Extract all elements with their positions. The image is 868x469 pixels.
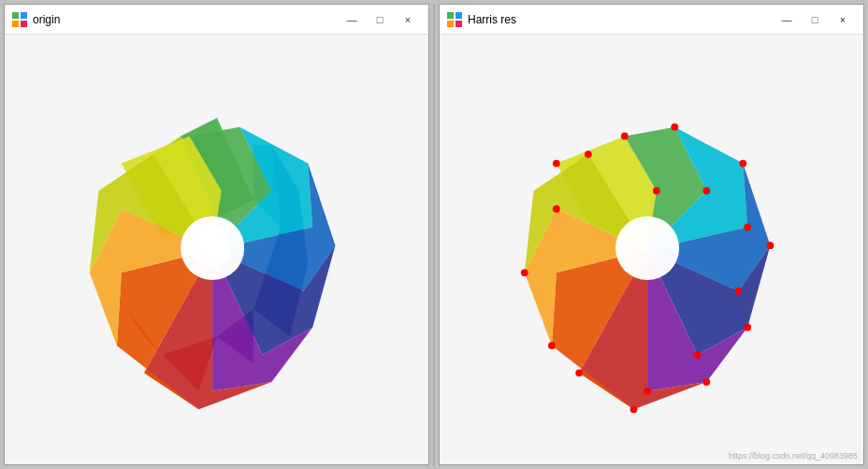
- restore-button-origin[interactable]: □: [367, 10, 393, 29]
- divider: [433, 4, 435, 465]
- svg-point-35: [652, 186, 659, 194]
- svg-rect-15: [456, 12, 462, 19]
- svg-rect-16: [447, 21, 454, 27]
- pinwheel-harris: [502, 81, 802, 418]
- window-content-origin: [5, 35, 428, 464]
- pinwheel-svg-origin: [67, 81, 367, 418]
- svg-point-24: [734, 286, 742, 294]
- svg-point-33: [585, 150, 592, 157]
- watermark: https://blog.csdn.net/qq_40983985: [729, 451, 858, 461]
- svg-point-31: [520, 269, 528, 276]
- pinwheel-origin: [67, 81, 367, 418]
- close-button-harris[interactable]: ×: [830, 10, 856, 29]
- svg-point-20: [671, 123, 678, 130]
- pinwheel-svg-harris: [502, 81, 802, 418]
- svg-point-29: [575, 369, 583, 376]
- window-harris: Harris res — □ ×: [439, 4, 864, 465]
- svg-rect-17: [456, 21, 462, 27]
- svg-point-19: [620, 132, 628, 139]
- svg-point-34: [552, 159, 559, 167]
- close-button-origin[interactable]: ×: [395, 10, 421, 29]
- svg-point-21: [739, 159, 746, 167]
- svg-rect-0: [12, 12, 19, 19]
- window-title-harris: Harris res: [468, 13, 768, 26]
- svg-rect-3: [21, 21, 27, 27]
- svg-rect-1: [21, 12, 27, 19]
- minimize-button-origin[interactable]: —: [339, 10, 365, 29]
- svg-point-25: [744, 323, 751, 330]
- titlebar-origin: origin — □ ×: [5, 5, 428, 35]
- svg-point-22: [744, 223, 751, 230]
- restore-button-harris[interactable]: □: [802, 10, 828, 29]
- svg-point-37: [644, 387, 651, 394]
- window-title-origin: origin: [33, 13, 333, 26]
- svg-point-36: [702, 186, 710, 194]
- titlebar-controls-origin: — □ ×: [339, 10, 421, 29]
- svg-point-18: [615, 216, 679, 280]
- svg-point-32: [552, 205, 559, 213]
- svg-point-23: [766, 242, 774, 249]
- window-icon-origin: [12, 12, 27, 27]
- svg-rect-14: [447, 12, 454, 19]
- svg-point-27: [702, 378, 710, 386]
- titlebar-harris: Harris res — □ ×: [440, 5, 863, 35]
- minimize-button-harris[interactable]: —: [774, 10, 800, 29]
- svg-rect-2: [12, 21, 19, 27]
- titlebar-controls-harris: — □ ×: [774, 10, 856, 29]
- window-origin: origin — □ ×: [4, 4, 429, 465]
- window-content-harris: https://blog.csdn.net/qq_40983985: [440, 35, 863, 464]
- svg-point-26: [693, 351, 701, 359]
- svg-point-13: [181, 216, 244, 280]
- svg-point-28: [629, 405, 637, 413]
- window-icon-harris: [447, 12, 462, 27]
- svg-point-30: [548, 342, 556, 349]
